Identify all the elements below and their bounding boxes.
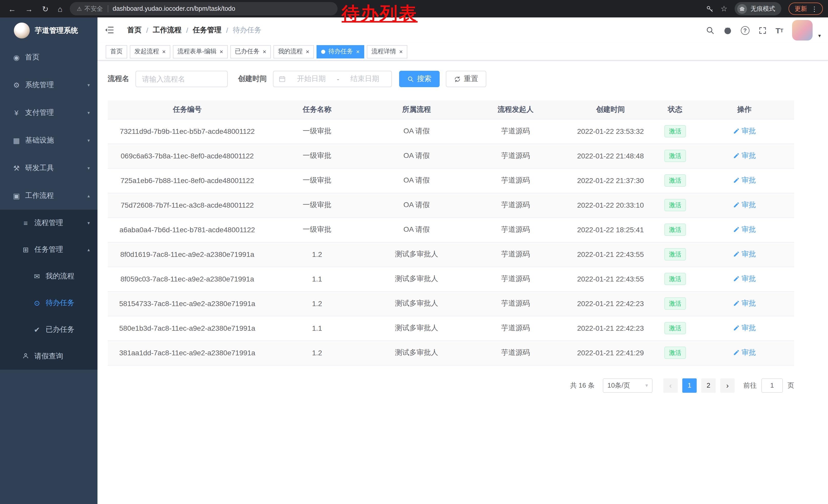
tab-my-process[interactable]: 我的流程 × [274, 45, 314, 58]
date-range-picker[interactable]: 开始日期 - 结束日期 [273, 71, 392, 87]
approve-link[interactable]: 审批 [733, 250, 756, 259]
task-id-cell: 75d72608-7b7f-11ec-a3c8-acde48001122 [108, 193, 267, 217]
approve-link-label: 审批 [742, 250, 756, 259]
breadcrumb-task-management[interactable]: 任务管理 [193, 26, 222, 35]
close-icon[interactable]: × [162, 48, 166, 55]
tab-process-detail[interactable]: 流程详情 × [367, 45, 407, 58]
search-button[interactable]: 搜索 [399, 71, 440, 87]
table-row: a6aba0a4-7b6d-11ec-b781-acde48001122 一级审… [108, 217, 794, 242]
process-cell: 测试多审批人 [367, 316, 466, 340]
person-icon [20, 352, 31, 361]
sidebar-item-todo-tasks[interactable]: ⊙ 待办任务 [0, 290, 97, 316]
check-icon: ✔ [32, 326, 42, 334]
approve-link[interactable]: 审批 [733, 324, 756, 333]
sidebar-item-done-tasks[interactable]: ✔ 已办任务 [0, 316, 97, 343]
sidebar-item-label: 我的流程 [46, 272, 74, 281]
briefcase-icon: ▣ [11, 192, 22, 200]
status-cell: 激活 [656, 291, 695, 316]
sidebar-item-system[interactable]: ⚙ 系统管理 ▾ [0, 71, 97, 99]
next-page-button[interactable]: › [720, 378, 735, 393]
sidebar-item-my-process[interactable]: ✉ 我的流程 [0, 263, 97, 290]
font-size-icon[interactable]: TT [776, 26, 783, 35]
update-button[interactable]: 更新 ⋮ [788, 3, 823, 15]
tab-start-process[interactable]: 发起流程 × [130, 45, 170, 58]
range-separator: - [337, 75, 339, 83]
approve-link[interactable]: 审批 [733, 348, 756, 357]
list-icon: ≡ [20, 219, 31, 227]
tab-process-form-edit[interactable]: 流程表单-编辑 × [173, 45, 228, 58]
col-status: 状态 [656, 100, 695, 119]
page-button-1[interactable]: 1 [682, 378, 697, 393]
tab-home[interactable]: 首页 [106, 45, 127, 58]
page-button-2[interactable]: 2 [701, 378, 716, 393]
action-cell: 审批 [695, 144, 794, 168]
close-icon[interactable]: × [399, 48, 403, 55]
tab-done-tasks[interactable]: 已办任务 × [230, 45, 271, 58]
password-key-icon[interactable] [706, 5, 713, 12]
approve-link[interactable]: 审批 [733, 274, 756, 283]
edit-icon [733, 128, 740, 135]
sidebar-item-leave-query[interactable]: 请假查询 [0, 343, 97, 370]
goto-page-input[interactable] [761, 378, 783, 393]
search-button-label: 搜索 [417, 74, 431, 84]
annotation-title: 待办列表 [342, 2, 418, 26]
browser-menu-icon[interactable]: ⋮ [811, 5, 818, 12]
sidebar-item-task-management[interactable]: ⊞ 任务管理 ▴ [0, 236, 97, 263]
reset-button[interactable]: 重置 [446, 71, 486, 87]
sidebar-item-process-management[interactable]: ≡ 流程管理 ▾ [0, 210, 97, 236]
breadcrumb-home[interactable]: 首页 [127, 26, 141, 35]
tab-label: 发起流程 [134, 47, 159, 56]
help-icon[interactable]: ? [741, 26, 749, 35]
close-icon[interactable]: × [356, 48, 360, 55]
breadcrumb-workflow[interactable]: 工作流程 [153, 26, 181, 35]
avatar-caret-down-icon[interactable]: ▾ [818, 33, 821, 38]
approve-link[interactable]: 审批 [733, 176, 756, 185]
sidebar-item-dev-tools[interactable]: ⚒ 研发工具 ▾ [0, 154, 97, 182]
table-row: 725a1eb6-7b88-11ec-8ef0-acde48001122 一级审… [108, 168, 794, 193]
approve-link[interactable]: 审批 [733, 200, 756, 210]
process-name-input[interactable] [135, 71, 228, 87]
close-icon[interactable]: × [263, 48, 266, 55]
approve-link-label: 审批 [742, 274, 756, 283]
starter-cell: 芋道源码 [466, 144, 565, 168]
gear-icon: ⚙ [11, 81, 22, 89]
user-avatar[interactable] [792, 20, 813, 41]
approve-link[interactable]: 审批 [733, 299, 756, 308]
filter-bar: 流程名 创建时间 开始日期 - 结束日期 搜索 重 [108, 71, 828, 87]
forward-button[interactable]: → [25, 5, 33, 12]
close-icon[interactable]: × [219, 48, 223, 55]
prev-page-button[interactable]: ‹ [663, 378, 678, 393]
approve-link[interactable]: 审批 [733, 225, 756, 234]
task-name-cell: 1.2 [267, 340, 367, 365]
workflow-submenu: ≡ 流程管理 ▾ ⊞ 任务管理 ▴ ✉ 我的流程 ⊙ 待办任务 [0, 210, 97, 370]
action-cell: 审批 [695, 291, 794, 316]
status-badge: 激活 [664, 297, 686, 310]
reload-button[interactable]: ↻ [42, 5, 48, 12]
calendar-icon [279, 75, 286, 83]
status-cell: 激活 [656, 267, 695, 291]
status-badge: 激活 [664, 174, 686, 187]
sidebar-item-workflow[interactable]: ▣ 工作流程 ▴ [0, 182, 97, 210]
approve-link[interactable]: 审批 [733, 127, 756, 136]
browser-home-button[interactable]: ⌂ [58, 5, 62, 12]
approve-link[interactable]: 审批 [733, 151, 756, 161]
page-size-select[interactable]: 10条/页 ▾ [603, 378, 653, 393]
search-icon[interactable] [706, 26, 714, 35]
close-icon[interactable]: × [306, 48, 309, 55]
bookmark-star-icon[interactable]: ☆ [720, 4, 728, 13]
sidebar-collapse-icon[interactable] [105, 25, 114, 37]
fullscreen-icon[interactable] [758, 26, 767, 35]
task-table: 任务编号 任务名称 所属流程 流程发起人 创建时间 状态 操作 73211d9d… [108, 100, 794, 365]
sidebar-item-home[interactable]: ◉ 首页 [0, 44, 97, 71]
process-cell: OA 请假 [367, 144, 466, 168]
action-cell: 审批 [695, 267, 794, 291]
sidebar-item-infrastructure[interactable]: ▦ 基础设施 ▾ [0, 127, 97, 154]
github-icon[interactable] [723, 26, 732, 35]
back-button[interactable]: ← [8, 5, 16, 12]
tab-label: 首页 [110, 47, 123, 56]
page-unit-label: 页 [787, 381, 794, 390]
sidebar-item-payment[interactable]: ¥ 支付管理 ▾ [0, 99, 97, 127]
address-bar[interactable]: ⚠ 不安全 dashboard.yudao.iocoder.cn/bpm/tas… [70, 2, 337, 15]
tab-todo-tasks[interactable]: 待办任务 × [317, 45, 364, 58]
update-label: 更新 [795, 4, 807, 13]
